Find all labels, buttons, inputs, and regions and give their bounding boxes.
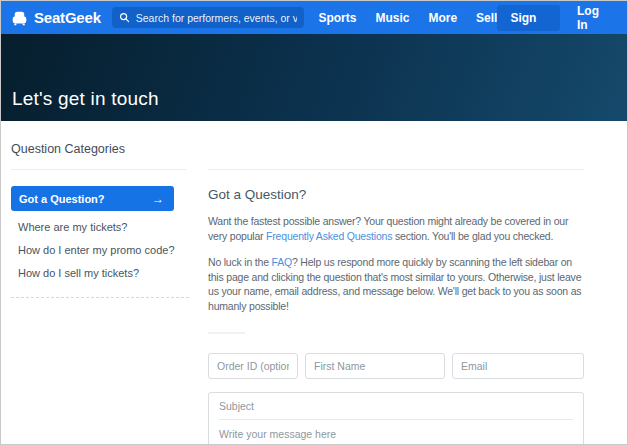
nav-link-sports[interactable]: Sports [318,11,356,25]
sidebar-item-sell-tickets[interactable]: How do I sell my tickets? [11,267,186,280]
hero-banner: Let's get in touch [1,34,627,121]
section-title: Question Categories [11,142,584,156]
search-input[interactable] [136,12,298,24]
primary-nav: Sports Music More Sell [318,11,497,25]
log-in-button[interactable]: Log In [565,4,618,32]
order-id-field[interactable] [208,353,298,379]
message-field[interactable] [219,428,573,445]
main-top-divider [208,169,584,170]
seatgeek-contact-page: SeatGeek Sports Music More Sell Sign Up … [0,0,628,445]
top-navbar: SeatGeek Sports Music More Sell Sign Up … [1,1,627,34]
seatgeek-seat-icon [10,10,29,26]
question-categories-sidebar: Got a Question? → Where are my tickets? … [11,169,186,445]
seatgeek-logo[interactable]: SeatGeek [10,9,101,26]
nav-link-music[interactable]: Music [375,11,409,25]
nav-link-sell[interactable]: Sell [476,11,497,25]
email-field[interactable] [452,353,584,379]
main-panel: Got a Question? Want the fastest possibl… [208,169,584,445]
arrow-right-icon: → [152,192,164,206]
sidebar-item-where-are-my-tickets[interactable]: Where are my tickets? [11,221,186,234]
message-box [208,392,584,445]
content-area: Question Categories Got a Question? → Wh… [1,142,627,445]
sidebar-top-divider [11,169,186,170]
sidebar-bottom-divider [11,297,189,298]
sidebar-item-promo-code[interactable]: How do I enter my promo code? [11,244,186,257]
paragraph-text: No luck in the [208,256,272,268]
main-heading: Got a Question? [208,187,584,202]
instructions-paragraph: No luck in the FAQ? Help us respond more… [208,255,584,313]
search-icon [119,12,130,23]
search-bar[interactable] [112,7,305,28]
sidebar-item-label: Got a Question? [19,193,105,205]
paragraph-text: section. You'll be glad you checked. [392,230,553,242]
page-title: Let's get in touch [12,88,159,110]
contact-form-row [208,353,584,379]
intro-paragraph: Want the fastest possible answer? Your q… [208,214,584,243]
subject-field[interactable] [219,393,573,420]
sign-up-button[interactable]: Sign Up [497,5,560,31]
nav-link-more[interactable]: More [428,11,457,25]
brand-name: SeatGeek [34,9,101,26]
form-top-divider [208,332,245,334]
sidebar-item-got-a-question[interactable]: Got a Question? → [11,186,174,211]
faq-link-short[interactable]: FAQ [272,256,292,268]
first-name-field[interactable] [305,353,445,379]
auth-area: Sign Up Log In [497,4,618,32]
faq-link-long[interactable]: Frequently Asked Questions [266,230,392,242]
